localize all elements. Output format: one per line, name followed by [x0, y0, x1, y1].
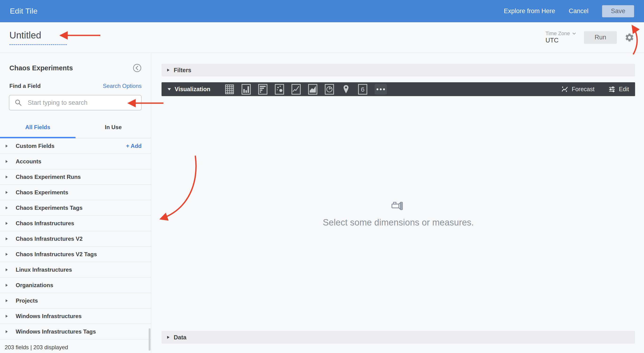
caret-down-icon — [168, 88, 171, 90]
tab-in-use[interactable]: In Use — [76, 119, 151, 138]
field-label: Custom Fields — [16, 143, 54, 149]
more-icon[interactable] — [375, 84, 387, 95]
viz-empty-state: Select some dimensions or measures. — [162, 96, 635, 331]
caret-right-icon — [6, 144, 8, 148]
field-label: Projects — [16, 298, 38, 304]
field-label: Accounts — [16, 158, 41, 165]
field-group-row[interactable]: Windows Infrastructures Tags — [0, 324, 151, 340]
chevron-down-icon — [572, 31, 576, 36]
caret-right-icon — [6, 330, 8, 333]
field-group-row[interactable]: Chaos Experiments Tags — [0, 200, 151, 216]
timezone-selector[interactable]: Time Zone UTC — [546, 30, 576, 44]
field-label: Chaos Experiments Tags — [16, 205, 82, 211]
page-title[interactable]: Untitled — [10, 30, 41, 40]
save-button[interactable]: Save — [602, 5, 634, 17]
add-field-button[interactable]: + Add — [126, 143, 142, 149]
caret-right-icon — [6, 206, 8, 209]
empty-state-message: Select some dimensions or measures. — [323, 218, 474, 228]
explore-title: Chaos Experiments — [10, 64, 73, 72]
field-label: Chaos Infrastructures V2 — [16, 236, 82, 242]
forecast-button[interactable]: Forecast — [561, 86, 594, 93]
field-group-row[interactable]: Windows Infrastructures — [0, 308, 151, 324]
field-label: Windows Infrastructures Tags — [16, 328, 96, 335]
edit-label: Edit — [619, 86, 629, 92]
bar-chart-icon[interactable] — [258, 84, 268, 95]
field-label: Linux Infrastructures — [16, 266, 72, 273]
field-group-row[interactable]: Chaos Infrastructures V2 Tags — [0, 246, 151, 262]
field-picker-sidebar: Chaos Experiments Find a Field Search Op… — [0, 53, 151, 353]
field-group-row[interactable]: Projects — [0, 293, 151, 308]
top-bar: Edit Tile Explore from Here Cancel Save — [0, 0, 644, 22]
sidebar-scrollbar[interactable] — [149, 328, 150, 351]
field-group-row[interactable]: Linux Infrastructures — [0, 262, 151, 278]
collapse-sidebar-icon[interactable] — [133, 64, 142, 72]
visualization-label[interactable]: Visualization — [175, 86, 210, 92]
flashlight-icon — [391, 200, 406, 211]
top-bar-actions: Explore from Here Cancel Save — [504, 5, 634, 17]
area-chart-icon[interactable] — [308, 84, 318, 95]
explore-main-area: Filters Visualization — [151, 53, 644, 353]
svg-text:6: 6 — [361, 86, 365, 93]
map-pin-icon[interactable] — [341, 84, 351, 95]
search-input[interactable] — [27, 99, 136, 107]
field-label: Windows Infrastructures — [16, 313, 82, 320]
filters-label: Filters — [174, 67, 191, 74]
column-chart-icon[interactable] — [242, 84, 251, 95]
header-row: Untitled Time Zone UTC Run — [0, 22, 644, 53]
caret-right-icon — [6, 315, 8, 318]
caret-right-icon — [6, 176, 8, 178]
caret-right-icon — [167, 69, 170, 72]
title-edit-field[interactable]: Untitled — [10, 30, 67, 45]
field-label: Chaos Infrastructures V2 Tags — [16, 251, 97, 258]
edit-viz-button[interactable]: Edit — [608, 86, 629, 93]
caret-right-icon — [6, 160, 8, 163]
run-button[interactable]: Run — [584, 31, 617, 44]
timezone-label: Time Zone — [546, 30, 570, 37]
viz-bar-actions: Forecast Edit — [561, 86, 629, 93]
visualization-bar: Visualization — [162, 82, 635, 96]
explore-from-here-button[interactable]: Explore from Here — [504, 8, 555, 15]
field-label: Chaos Infrastructures — [16, 220, 74, 227]
field-group-row[interactable]: Chaos Experiments — [0, 185, 151, 200]
caret-right-icon — [167, 336, 170, 339]
field-label: Chaos Experiment Runs — [16, 174, 81, 180]
field-group-row[interactable]: Chaos Experiment Runs — [0, 169, 151, 185]
timezone-value: UTC — [546, 36, 576, 44]
header-actions: Time Zone UTC Run — [546, 30, 634, 44]
single-value-icon[interactable]: 6 — [358, 84, 367, 95]
caret-right-icon — [6, 284, 8, 287]
field-count-status: 203 fields | 203 displayed — [0, 342, 151, 353]
search-options-link[interactable]: Search Options — [103, 83, 142, 89]
field-group-row[interactable]: Accounts — [0, 154, 151, 169]
caret-right-icon — [6, 191, 8, 194]
field-group-row[interactable]: Custom Fields + Add — [0, 138, 151, 154]
caret-right-icon — [6, 222, 8, 225]
tab-all-fields[interactable]: All Fields — [0, 119, 76, 138]
table-icon[interactable] — [225, 84, 234, 95]
field-group-row[interactable]: Chaos Infrastructures V2 — [0, 231, 151, 246]
field-search-box[interactable] — [9, 95, 142, 110]
find-a-field-label: Find a Field — [10, 83, 40, 89]
filters-panel-bar[interactable]: Filters — [162, 64, 635, 76]
field-group-row[interactable]: Chaos Infrastructures — [0, 216, 151, 231]
sliders-icon — [608, 86, 616, 93]
window-title: Edit Tile — [10, 7, 38, 16]
forecast-label: Forecast — [572, 86, 594, 92]
search-icon — [14, 99, 22, 106]
cancel-button[interactable]: Cancel — [569, 8, 588, 15]
caret-right-icon — [6, 268, 8, 271]
field-label: Organizations — [16, 282, 53, 288]
pie-chart-icon[interactable] — [325, 84, 334, 95]
field-group-row[interactable]: Organizations — [0, 278, 151, 293]
data-panel-bar[interactable]: Data — [162, 331, 635, 344]
field-list: Custom Fields + Add Accounts Chaos Exper… — [0, 138, 151, 342]
field-tabs: All Fields In Use — [0, 119, 151, 138]
line-chart-icon[interactable] — [292, 84, 301, 95]
edit-tile-window: Edit Tile Explore from Here Cancel Save … — [0, 0, 644, 353]
scatter-plot-icon[interactable] — [275, 84, 284, 95]
caret-right-icon — [6, 253, 8, 256]
caret-right-icon — [6, 238, 8, 240]
settings-gear-icon[interactable] — [624, 32, 634, 43]
field-label: Chaos Experiments — [16, 189, 68, 196]
data-label: Data — [174, 334, 186, 341]
